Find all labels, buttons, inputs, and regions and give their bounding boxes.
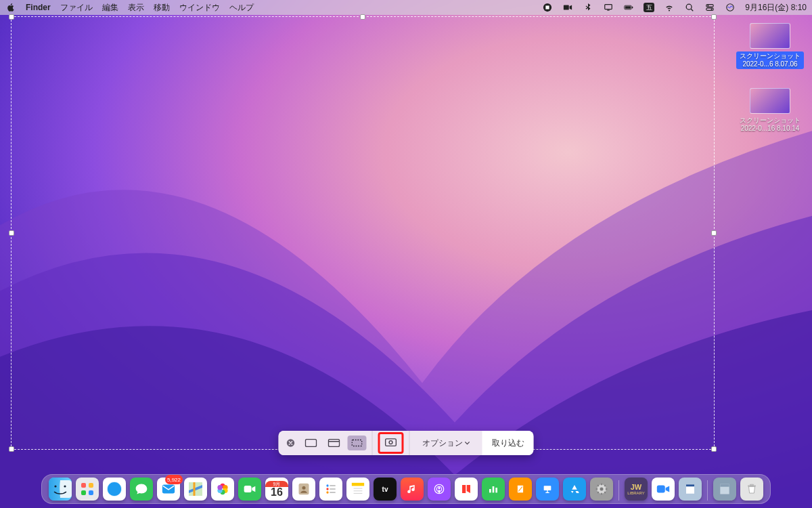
dock-launchpad-icon[interactable]	[76, 478, 99, 501]
svg-rect-49	[352, 483, 364, 486]
svg-rect-26	[81, 483, 86, 488]
dock-messages-icon[interactable]	[130, 478, 153, 501]
menubar-clock[interactable]: 9月16日(金) 8:10	[745, 2, 807, 14]
svg-point-44	[326, 488, 328, 490]
dock-appstore-icon[interactable]	[563, 478, 586, 501]
spotlight-icon[interactable]	[684, 2, 695, 13]
screenshot-toolbar: オプション 取り込む	[279, 431, 534, 455]
svg-point-38	[217, 485, 222, 490]
menu-view[interactable]: 表示	[128, 2, 144, 14]
wifi-icon[interactable]	[664, 2, 675, 13]
resize-handle[interactable]	[9, 446, 14, 452]
dock-pages-icon[interactable]	[509, 478, 532, 501]
svg-rect-12	[706, 8, 714, 11]
svg-rect-57	[493, 486, 495, 492]
svg-rect-39	[244, 486, 252, 492]
dock-reminders-icon[interactable]	[319, 478, 342, 501]
desktop-file[interactable]: スクリーンショット 2022-0...16 8.10.14	[736, 88, 804, 133]
svg-line-72	[604, 485, 606, 486]
svg-rect-60	[544, 486, 551, 490]
svg-rect-6	[625, 6, 631, 9]
svg-rect-75	[686, 484, 694, 486]
capture-selection-button[interactable]	[348, 436, 367, 450]
capture-button[interactable]: 取り込む	[482, 431, 534, 455]
dock-calendar-icon[interactable]: 9月 16	[265, 478, 288, 501]
dock-photos-icon[interactable]	[211, 478, 234, 501]
siri-icon[interactable]	[725, 2, 736, 13]
dock-trash-icon[interactable]	[740, 478, 763, 501]
svg-point-13	[711, 9, 713, 10]
active-app-name[interactable]: Finder	[26, 3, 51, 12]
svg-rect-47	[330, 492, 335, 493]
menu-file[interactable]: ファイル	[60, 2, 93, 14]
mail-badge: 5,922	[165, 475, 183, 484]
dock-music-icon[interactable]	[401, 478, 424, 501]
dock-tv-icon[interactable]: tv	[374, 478, 397, 501]
dock-keynote-icon[interactable]	[536, 478, 559, 501]
capture-selection-area[interactable]	[11, 16, 715, 450]
facetime-menubar-icon[interactable]	[562, 2, 573, 13]
svg-rect-3	[605, 5, 612, 9]
dock-news-icon[interactable]	[455, 478, 478, 501]
bluetooth-icon[interactable]	[583, 2, 593, 13]
resize-handle[interactable]	[711, 230, 717, 236]
svg-rect-77	[720, 484, 729, 487]
dock-jwlibrary-icon[interactable]: JWLIBRARY	[625, 478, 648, 501]
svg-rect-73	[657, 486, 665, 493]
svg-rect-1	[546, 5, 549, 9]
capture-entire-screen-button[interactable]	[302, 436, 321, 450]
menu-go[interactable]: 移動	[154, 2, 170, 14]
svg-rect-17	[328, 440, 339, 447]
dock-numbers-icon[interactable]	[482, 478, 505, 501]
svg-rect-22	[390, 442, 392, 444]
input-source-icon[interactable]: 五	[644, 3, 654, 12]
dock-facetime-icon[interactable]	[238, 478, 261, 501]
apple-menu-icon[interactable]	[5, 2, 16, 13]
resize-handle[interactable]	[9, 14, 14, 20]
menu-window[interactable]: ウインドウ	[179, 2, 220, 14]
dock-downloads-icon[interactable]	[713, 478, 736, 501]
svg-point-25	[64, 485, 66, 487]
desktop-file[interactable]: スクリーンショット 2022-0...6 8.07.06	[736, 23, 804, 69]
svg-point-64	[600, 488, 604, 491]
resize-handle[interactable]	[711, 446, 717, 452]
dock-settings-icon[interactable]	[590, 478, 613, 501]
dock-notes-icon[interactable]	[346, 478, 369, 501]
capture-window-button[interactable]	[325, 436, 344, 450]
menu-help[interactable]: ヘルプ	[229, 2, 254, 14]
svg-rect-29	[89, 490, 93, 495]
screen-mirroring-icon[interactable]	[603, 2, 614, 13]
svg-rect-56	[489, 489, 491, 492]
chevron-down-icon	[465, 440, 470, 446]
options-dropdown[interactable]: オプション	[415, 438, 477, 449]
svg-rect-19	[352, 440, 361, 446]
svg-rect-2	[564, 5, 569, 10]
battery-icon[interactable]	[623, 2, 634, 13]
stop-record-menubar-icon[interactable]	[542, 2, 553, 13]
dock-finder-icon[interactable]	[49, 478, 72, 501]
file-name: スクリーンショット 2022-0...6 8.07.06	[736, 51, 804, 69]
record-entire-screen-button[interactable]	[382, 436, 401, 450]
dock-mail-icon[interactable]: 5,922	[157, 478, 180, 501]
svg-rect-45	[330, 488, 335, 490]
close-button[interactable]	[284, 436, 298, 450]
dock-contacts-icon[interactable]	[292, 478, 315, 501]
svg-rect-43	[330, 485, 335, 486]
dock-separator	[707, 480, 708, 501]
svg-point-55	[438, 487, 441, 489]
dock-maps-icon[interactable]	[184, 478, 207, 501]
resize-handle[interactable]	[360, 14, 365, 20]
dock-pinned-app-icon[interactable]	[679, 478, 702, 501]
menu-edit[interactable]: 編集	[102, 2, 118, 14]
dock-zoom-icon[interactable]	[652, 478, 675, 501]
calendar-day: 16	[271, 487, 283, 498]
resize-handle[interactable]	[9, 230, 14, 236]
svg-rect-4	[608, 10, 610, 11]
control-center-icon[interactable]	[704, 2, 715, 13]
dock-podcasts-icon[interactable]	[428, 478, 451, 501]
svg-rect-28	[81, 490, 86, 495]
dock-safari-icon[interactable]	[103, 478, 126, 501]
svg-point-24	[54, 485, 56, 487]
resize-handle[interactable]	[711, 14, 717, 20]
svg-line-71	[597, 492, 599, 493]
